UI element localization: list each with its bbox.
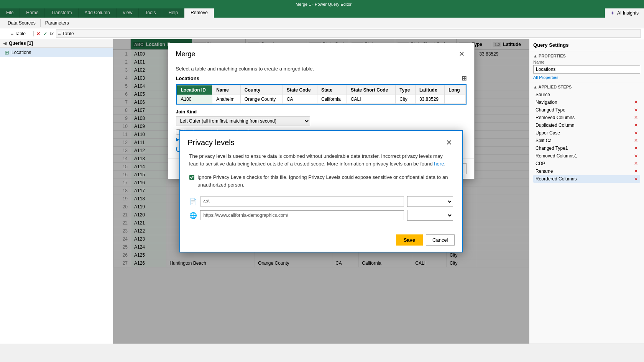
applied-step-source[interactable]: Source [533, 91, 640, 98]
privacy-checkbox-row: Ignore Privacy Levels checks for this fi… [189, 174, 453, 188]
file-source-icon: 📄 [189, 198, 197, 205]
ribbon-tab-bar: File Home Transform Add Column View Tool… [0, 8, 644, 18]
merge-overlay: Merge ✕ Select a table and matching colu… [113, 39, 529, 344]
applied-step-changed-type[interactable]: Changed Type✕ [533, 106, 640, 114]
formula-input[interactable] [56, 29, 641, 38]
privacy-dialog: Privacy levels ✕ The privacy level is us… [179, 130, 463, 252]
query-item-locations[interactable]: ⊞ Locations [0, 48, 113, 57]
left-panel-header: ◀ Queries [1] [0, 39, 113, 48]
formula-close-btn[interactable]: ✕ [36, 31, 41, 37]
formula-bar: = Table ✕ ✓ fx [0, 28, 644, 39]
steps-list: SourceNavigation✕Changed Type✕Removed Co… [533, 91, 640, 183]
step-delete-icon[interactable]: ✕ [634, 161, 638, 166]
privacy-title: Privacy levels [188, 138, 235, 147]
step-delete-icon[interactable]: ✕ [634, 115, 638, 120]
ai-insights-btn[interactable]: ✦ AI Insights [605, 8, 644, 18]
step-delete-icon[interactable]: ✕ [634, 153, 638, 159]
sub-tab-bar: Data Sources Parameters [0, 18, 644, 28]
applied-step-duplicated-column[interactable]: Duplicated Column✕ [533, 121, 640, 129]
app-title: Merge 1 - Power Query Editor [6, 2, 641, 7]
tab-add-column[interactable]: Add Column [79, 8, 117, 18]
formula-check-btn[interactable]: ✓ [43, 31, 48, 37]
name-label-static: Name [533, 60, 640, 64]
applied-steps-label: ▲ APPLIED STEPS [533, 85, 640, 89]
web-source-level-select[interactable]: None Private Organizational Public [407, 210, 453, 221]
step-name-label: Reordered Columns [536, 176, 577, 182]
properties-label: ▲ PROPERTIES [533, 54, 640, 58]
privacy-close-btn[interactable]: ✕ [444, 137, 455, 148]
step-name-label: Rename [536, 169, 553, 174]
applied-step-split-ca[interactable]: Split Ca✕ [533, 137, 640, 144]
privacy-description: The privacy level is used to ensure data… [189, 152, 453, 167]
ai-icon: ✦ [610, 10, 615, 16]
subtab-parameters[interactable]: Parameters [41, 19, 74, 27]
main-layout: ◀ Queries [1] ⊞ Locations ABC Location I… [0, 39, 644, 344]
privacy-checkbox-label: Ignore Privacy Levels checks for this fi… [197, 174, 453, 188]
privacy-source-file-row: 📄 None Private Organizational Public [189, 196, 453, 207]
privacy-footer: Save Cancel [180, 230, 462, 252]
step-name-label: Split Ca [536, 138, 552, 143]
properties-content: Name All Properties [533, 60, 640, 80]
tab-file[interactable]: File [0, 8, 20, 18]
step-delete-icon[interactable]: ✕ [634, 107, 638, 113]
privacy-overlay: Privacy levels ✕ The privacy level is us… [113, 39, 529, 344]
applied-step-removed-columns1[interactable]: Removed Columns1✕ [533, 152, 640, 160]
queries-label: Queries [1] [9, 41, 33, 46]
cell-name: = Table [3, 31, 34, 36]
applied-step-upper-case[interactable]: Upper Case✕ [533, 129, 640, 137]
data-area: ABC Location ID ABC Name ABC County ABC … [113, 39, 529, 344]
query-name-input[interactable] [533, 65, 640, 74]
step-delete-icon[interactable]: ✕ [634, 100, 638, 105]
privacy-cancel-button[interactable]: Cancel [426, 234, 454, 246]
file-source-input[interactable] [200, 197, 404, 206]
formula-fx-label: fx [50, 31, 54, 36]
step-delete-icon[interactable]: ✕ [634, 146, 638, 151]
step-name-label: Upper Case [536, 130, 560, 136]
privacy-ignore-checkbox[interactable] [189, 174, 195, 180]
tab-transform[interactable]: Transform [45, 8, 78, 18]
step-delete-icon[interactable]: ✕ [634, 176, 638, 182]
left-collapse-icon[interactable]: ◀ [3, 41, 7, 46]
right-panel: Query Settings ▲ PROPERTIES Name All Pro… [529, 39, 644, 344]
privacy-body: The privacy level is used to ensure data… [180, 151, 462, 230]
query-name-locations: Locations [12, 50, 31, 55]
privacy-titlebar: Privacy levels ✕ [180, 131, 462, 151]
tab-view[interactable]: View [117, 8, 139, 18]
applied-step-reordered-columns[interactable]: Reordered Columns✕ [533, 175, 640, 183]
privacy-source-web-row: 🌐 None Private Organizational Public [189, 210, 453, 221]
web-source-input[interactable] [200, 210, 404, 220]
step-name-label: Removed Columns1 [536, 153, 577, 159]
query-settings-title: Query Settings [529, 39, 644, 51]
applied-step-rename[interactable]: Rename✕ [533, 167, 640, 175]
tab-remove[interactable]: Remove [184, 8, 214, 18]
tab-home[interactable]: Home [20, 8, 45, 18]
left-panel: ◀ Queries [1] ⊞ Locations [0, 39, 113, 344]
step-name-label: Navigation [536, 100, 557, 105]
step-name-label: Changed Type [536, 107, 565, 113]
applied-step-changed-type1[interactable]: Changed Type1✕ [533, 144, 640, 152]
step-name-label: Source [536, 92, 550, 97]
step-delete-icon[interactable]: ✕ [634, 169, 638, 174]
step-delete-icon[interactable]: ✕ [634, 123, 638, 128]
applied-steps-section: ▲ APPLIED STEPS SourceNavigation✕Changed… [529, 82, 644, 344]
applied-step-cdp[interactable]: CDP✕ [533, 160, 640, 167]
privacy-save-button[interactable]: Save [396, 234, 423, 246]
tab-tools[interactable]: Tools [139, 8, 162, 18]
tab-help[interactable]: Help [162, 8, 184, 18]
properties-section: ▲ PROPERTIES Name All Properties [529, 51, 644, 82]
ai-insights-label: AI Insights [617, 10, 639, 16]
applied-step-removed-columns[interactable]: Removed Columns✕ [533, 114, 640, 121]
subtab-data-sources[interactable]: Data Sources [3, 19, 41, 27]
window-chrome: Merge 1 - Power Query Editor [0, 0, 644, 8]
step-delete-icon[interactable]: ✕ [634, 130, 638, 136]
step-name-label: Changed Type1 [536, 146, 568, 151]
privacy-here-link[interactable]: here [434, 161, 444, 167]
step-name-label: Duplicated Column [536, 123, 574, 128]
file-source-level-select[interactable]: None Private Organizational Public [407, 196, 453, 207]
step-name-label: Removed Columns [536, 115, 575, 120]
web-source-icon: 🌐 [189, 212, 197, 219]
all-properties-link[interactable]: All Properties [533, 75, 640, 80]
applied-step-navigation[interactable]: Navigation✕ [533, 98, 640, 106]
step-delete-icon[interactable]: ✕ [634, 138, 638, 143]
step-name-label: CDP [536, 161, 545, 166]
